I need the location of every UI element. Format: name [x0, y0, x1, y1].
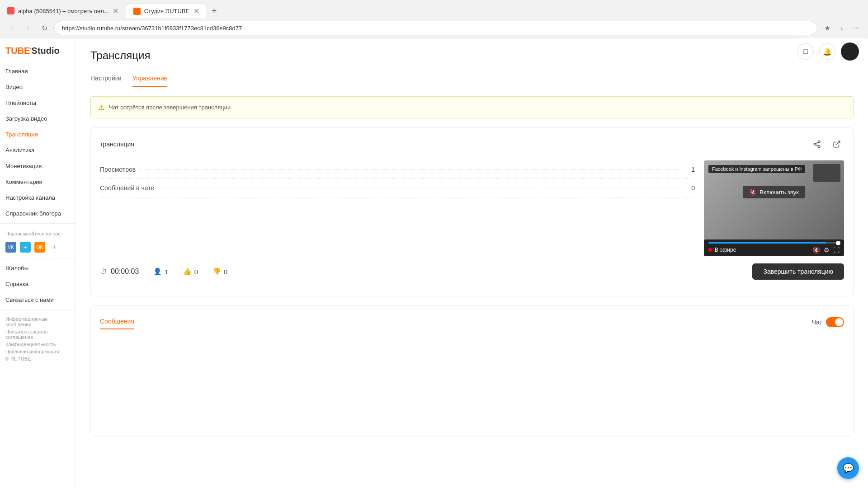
warning-text: Чат сотрётся после завершения трансляции: [109, 104, 231, 111]
viewers-count: 1: [165, 268, 168, 276]
sidebar-item-analytics[interactable]: Аналитика: [0, 142, 75, 158]
tab-management[interactable]: Управление: [132, 71, 168, 87]
stat-label-messages: Сообщений в чате: [100, 184, 154, 192]
stream-card-title: трансляция: [100, 141, 134, 148]
video-control-icons: 🔇 ⚙ ⛶: [812, 246, 840, 253]
tab-label-1: alpha (5085541) – смотреть онл...: [18, 8, 109, 14]
menu-icon[interactable]: ⋯: [850, 22, 863, 34]
sidebar-item-channel-settings[interactable]: Настройка канала: [0, 190, 75, 206]
sound-toggle-button[interactable]: 🔇 Включить звук: [743, 186, 805, 198]
chat-support-button[interactable]: 💬: [837, 457, 859, 479]
likes-icon: 👍: [183, 267, 192, 276]
settings-icon[interactable]: ⚙: [824, 246, 830, 253]
end-stream-button[interactable]: Завершить трансляцию: [752, 263, 844, 280]
stream-card: трансляция Просмотров 1: [90, 127, 854, 296]
sidebar-item-complaints[interactable]: Жалобы: [0, 260, 75, 276]
video-overlay-banner: Facebook и Instagram запрещены в РФ: [708, 165, 805, 173]
video-bottom-bar: В эфире 🔇 ⚙ ⛶: [708, 246, 840, 253]
tab-settings[interactable]: Настройки: [90, 71, 122, 87]
stream-card-header: трансляция: [100, 137, 844, 151]
viewers-icon: 👤: [153, 267, 162, 276]
sidebar-item-help[interactable]: Справка: [0, 276, 75, 292]
ok-icon[interactable]: OK: [34, 242, 45, 253]
browser-chrome: alpha (5085541) – смотреть онл... ✕ Студ…: [0, 0, 868, 38]
add-social-icon[interactable]: +: [49, 242, 60, 253]
footer-link-privacy[interactable]: Конфиденциальность: [5, 341, 70, 348]
sidebar-item-home[interactable]: Главная: [0, 63, 75, 79]
forward-button[interactable]: ›: [22, 22, 34, 34]
fullscreen-icon[interactable]: ⛶: [833, 246, 840, 253]
sidebar-divider3: [0, 310, 75, 310]
header-right: □ 🔔: [797, 38, 859, 65]
share-button[interactable]: [810, 137, 824, 151]
video-progress-bar[interactable]: [708, 242, 840, 244]
logo-studio: Studio: [32, 46, 60, 56]
sidebar-item-comments[interactable]: Комментарии: [0, 174, 75, 190]
likes-count: 0: [194, 268, 198, 276]
video-thumbnail[interactable]: Facebook и Instagram запрещены в РФ 🔇 Вк…: [704, 160, 844, 239]
tab-label-2: Студия RUTUBE: [144, 8, 190, 14]
stat-row-views: Просмотров 1: [100, 160, 695, 179]
footer-link-legal[interactable]: Правовая информация: [5, 348, 70, 355]
stream-dislikes-stat: 👎 0: [212, 267, 227, 276]
sidebar-item-playlists[interactable]: Плейлисты: [0, 95, 75, 111]
sidebar-item-upload[interactable]: Загрузка видео: [0, 111, 75, 127]
video-live-indicator: В эфире: [708, 247, 736, 253]
back-button[interactable]: ‹: [5, 22, 18, 34]
url-input[interactable]: [54, 21, 817, 35]
video-progress-fill: [708, 242, 826, 244]
stream-card-actions: [810, 137, 844, 151]
address-bar: ‹ › ↻ ★ ↓ ⋯: [0, 18, 868, 38]
browser-tab-2[interactable]: Студия RUTUBE ✕: [126, 4, 207, 18]
footer-link-info[interactable]: Информационные сообщения: [5, 315, 70, 328]
stream-viewers-stat: 👤 1: [153, 267, 168, 276]
sidebar-item-monetization[interactable]: Монетизация: [0, 158, 75, 174]
refresh-button[interactable]: ↻: [38, 22, 51, 34]
external-link-button[interactable]: [830, 137, 844, 151]
chat-support-icon: 💬: [843, 463, 854, 474]
stream-timer: ⏱ 00:00:03: [100, 267, 139, 276]
sidebar-item-streams[interactable]: Трансляции: [0, 127, 75, 142]
svg-point-2: [818, 145, 820, 148]
social-links: VK ✈ OK +: [0, 238, 75, 256]
screen-icon[interactable]: □: [797, 43, 814, 60]
stat-dots-views: [139, 169, 682, 170]
page-tabs: Настройки Управление: [90, 71, 854, 87]
sidebar-nav: Главная Видео Плейлисты Загрузка видео Т…: [0, 63, 75, 488]
tab-bar: alpha (5085541) – смотреть онл... ✕ Студ…: [0, 0, 868, 18]
telegram-icon[interactable]: ✈: [20, 242, 31, 253]
sidebar-item-blogger-guide[interactable]: Справочник блогера: [0, 206, 75, 221]
main-content: Трансляция Настройки Управление ⚠ Чат со…: [76, 38, 868, 488]
stream-likes-stat: 👍 0: [183, 267, 198, 276]
sidebar-item-video[interactable]: Видео: [0, 79, 75, 95]
stream-footer: ⏱ 00:00:03 👤 1 👍 0 👎 0 Завершить трансля…: [100, 256, 844, 287]
sidebar-item-contact[interactable]: Связаться с нами: [0, 292, 75, 308]
live-dot: [708, 248, 712, 252]
stream-stats: Просмотров 1 Сообщений в чате 0: [100, 160, 695, 256]
stat-label-views: Просмотров: [100, 166, 136, 173]
footer-link-terms[interactable]: Пользовательское соглашение: [5, 328, 70, 341]
svg-point-1: [814, 143, 816, 145]
notification-icon[interactable]: 🔔: [819, 43, 835, 60]
app-container: TUBE•Studio Главная Видео Плейлисты Загр…: [0, 38, 868, 488]
sidebar: TUBE•Studio Главная Видео Плейлисты Загр…: [0, 38, 76, 488]
volume-icon[interactable]: 🔇: [812, 246, 820, 253]
chat-toggle-switch[interactable]: [826, 317, 844, 327]
tab-messages[interactable]: Сообщения: [100, 315, 134, 329]
download-icon[interactable]: ↓: [835, 22, 848, 34]
vk-icon[interactable]: VK: [5, 242, 16, 253]
sidebar-divider2: [0, 258, 75, 258]
warning-icon: ⚠: [98, 103, 104, 112]
tab-close-2[interactable]: ✕: [193, 7, 199, 15]
browser-tab-1[interactable]: alpha (5085541) – смотреть онл... ✕: [0, 4, 126, 18]
new-tab-button[interactable]: +: [207, 4, 222, 18]
tab-close-1[interactable]: ✕: [113, 7, 118, 15]
page-title: Трансляция: [90, 49, 854, 62]
sidebar-logo: TUBE•Studio: [0, 38, 75, 63]
dislikes-icon: 👎: [212, 267, 221, 276]
avatar[interactable]: [841, 42, 859, 61]
bookmark-icon[interactable]: ★: [821, 22, 834, 34]
svg-line-4: [816, 142, 818, 144]
video-controls: В эфире 🔇 ⚙ ⛶: [704, 239, 844, 256]
mute-icon: 🔇: [749, 188, 757, 196]
